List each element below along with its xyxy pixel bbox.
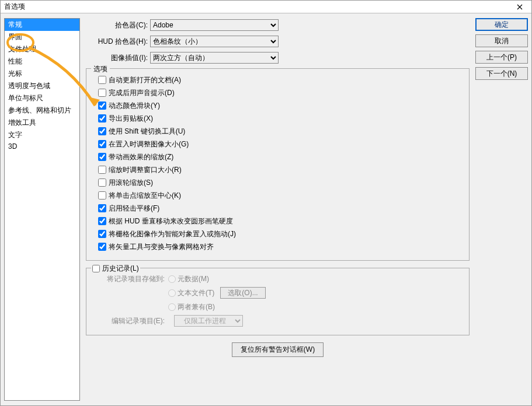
history-meta-radio[interactable] bbox=[168, 275, 176, 283]
option-checkbox-8[interactable] bbox=[98, 178, 106, 187]
history-both-radio[interactable] bbox=[168, 303, 176, 311]
picker-select[interactable]: Adobe bbox=[150, 19, 279, 31]
category-sidebar: 常规界面文件处理性能光标透明度与色域单位与标尺参考线、网格和切片增效工具文字3D bbox=[4, 18, 80, 401]
history-text-label: 文本文件(T) bbox=[178, 288, 214, 298]
option-checkbox-12[interactable] bbox=[98, 230, 106, 238]
reset-warnings-button[interactable]: 复位所有警告对话框(W) bbox=[232, 342, 324, 357]
cancel-button[interactable]: 取消 bbox=[475, 34, 528, 47]
option-checkbox-0[interactable] bbox=[98, 76, 106, 84]
history-edit-label: 编辑记录项目(E): bbox=[92, 316, 168, 326]
ok-button[interactable]: 确定 bbox=[475, 18, 528, 31]
hud-picker-select[interactable]: 色相条纹（小） bbox=[150, 36, 279, 47]
prev-button[interactable]: 上一个(P) bbox=[475, 51, 528, 64]
sidebar-item-2[interactable]: 文件处理 bbox=[5, 43, 79, 55]
sidebar-item-7[interactable]: 参考线、网格和切片 bbox=[5, 104, 79, 117]
option-label-5: 在置入时调整图像大小(G) bbox=[109, 139, 189, 149]
sidebar-item-6[interactable]: 单位与标尺 bbox=[5, 92, 79, 104]
history-legend: 历史记录(L) bbox=[102, 264, 139, 274]
option-label-1: 完成后用声音提示(D) bbox=[109, 88, 175, 98]
sidebar-item-4[interactable]: 光标 bbox=[5, 68, 79, 80]
option-checkbox-11[interactable] bbox=[98, 217, 106, 225]
option-checkbox-5[interactable] bbox=[98, 140, 106, 148]
history-checkbox[interactable] bbox=[92, 265, 100, 272]
history-text-radio[interactable] bbox=[168, 289, 176, 297]
interp-select[interactable]: 两次立方（自动） bbox=[150, 52, 279, 64]
option-checkbox-10[interactable] bbox=[98, 204, 106, 212]
option-label-10: 启用轻击平移(F) bbox=[109, 204, 159, 214]
hud-picker-label: HUD 拾色器(H): bbox=[86, 37, 150, 47]
option-checkbox-7[interactable] bbox=[98, 166, 106, 174]
history-fieldset: 历史记录(L) 将记录项目存储到: 元数据(M) 文本文件(T) 选取(O)..… bbox=[86, 268, 470, 335]
option-checkbox-9[interactable] bbox=[98, 191, 106, 200]
option-label-3: 导出剪贴板(X) bbox=[109, 114, 153, 124]
history-both-label: 两者兼有(B) bbox=[178, 302, 215, 312]
option-checkbox-4[interactable] bbox=[98, 127, 106, 135]
option-checkbox-1[interactable] bbox=[98, 89, 106, 97]
option-checkbox-13[interactable] bbox=[98, 243, 106, 251]
sidebar-item-5[interactable]: 透明度与色域 bbox=[5, 80, 79, 92]
window-title: 首选项 bbox=[4, 2, 25, 12]
option-checkbox-6[interactable] bbox=[98, 153, 106, 161]
history-meta-label: 元数据(M) bbox=[178, 274, 209, 284]
option-label-7: 缩放时调整窗口大小(R) bbox=[109, 165, 182, 175]
options-legend: 选项 bbox=[91, 64, 110, 74]
option-label-9: 将单击点缩放至中心(K) bbox=[109, 191, 181, 201]
close-button[interactable] bbox=[508, 1, 531, 13]
close-icon bbox=[517, 4, 523, 10]
next-button[interactable]: 下一个(N) bbox=[475, 67, 528, 80]
sidebar-item-3[interactable]: 性能 bbox=[5, 55, 79, 68]
options-fieldset: 选项 自动更新打开的文档(A)完成后用声音提示(D)动态颜色滑块(Y)导出剪贴板… bbox=[86, 68, 470, 261]
option-checkbox-3[interactable] bbox=[98, 114, 106, 123]
option-label-8: 用滚轮缩放(S) bbox=[109, 178, 153, 188]
history-choose-button[interactable]: 选取(O)... bbox=[220, 287, 265, 299]
picker-label: 拾色器(C): bbox=[86, 20, 150, 30]
option-checkbox-2[interactable] bbox=[98, 102, 106, 110]
option-label-12: 将栅格化图像作为智能对象置入或拖动(J) bbox=[109, 229, 236, 239]
sidebar-item-1[interactable]: 界面 bbox=[5, 31, 79, 43]
option-label-6: 带动画效果的缩放(Z) bbox=[109, 152, 173, 162]
history-save-label: 将记录项目存储到: bbox=[92, 274, 168, 284]
sidebar-item-10[interactable]: 3D bbox=[5, 141, 79, 152]
option-label-4: 使用 Shift 键切换工具(U) bbox=[109, 127, 185, 136]
option-label-2: 动态颜色滑块(Y) bbox=[109, 101, 160, 111]
history-edit-select[interactable]: 仅限工作进程 bbox=[174, 315, 243, 327]
sidebar-item-0[interactable]: 常规 bbox=[5, 19, 79, 31]
option-label-0: 自动更新打开的文档(A) bbox=[109, 75, 181, 85]
interp-label: 图像插值(I): bbox=[86, 53, 150, 63]
option-label-13: 将矢量工具与变换与像素网格对齐 bbox=[109, 242, 214, 252]
sidebar-item-8[interactable]: 增效工具 bbox=[5, 117, 79, 129]
sidebar-item-9[interactable]: 文字 bbox=[5, 129, 79, 141]
option-label-11: 根据 HUD 垂直移动来改变圆形画笔硬度 bbox=[109, 216, 233, 226]
